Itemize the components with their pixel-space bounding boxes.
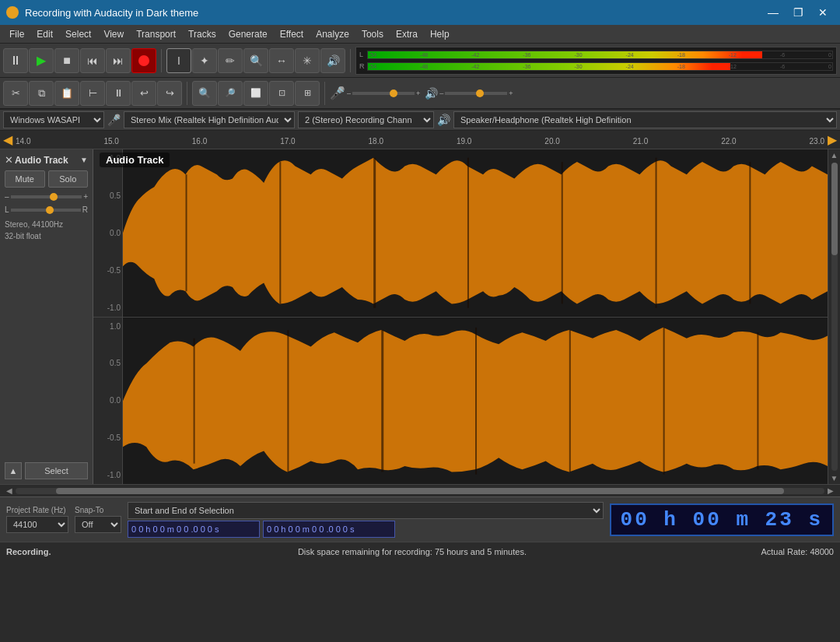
volume-control: 🎤 – + 🔊 – + bbox=[330, 86, 513, 100]
zoom-in-button[interactable]: 🔍 bbox=[192, 81, 217, 106]
gain-slider[interactable] bbox=[11, 195, 82, 198]
stop-button[interactable]: ■ bbox=[54, 48, 79, 73]
selection-tool[interactable]: I bbox=[166, 48, 191, 73]
audio-tool[interactable]: 🔊 bbox=[320, 48, 345, 73]
record-button[interactable] bbox=[131, 48, 156, 73]
tool-controls: I ✦ ✏ 🔍 ↔ ✳ 🔊 bbox=[166, 48, 345, 73]
svg-rect-13 bbox=[381, 330, 383, 472]
track-name: Audio Track bbox=[15, 155, 79, 166]
input-device-dropdown[interactable]: Stereo Mix (Realtek High Definition Audi… bbox=[124, 111, 295, 128]
minimize-button[interactable]: — bbox=[762, 5, 784, 20]
menu-edit[interactable]: Edit bbox=[30, 25, 59, 43]
mute-button[interactable]: Mute bbox=[5, 170, 45, 188]
zoom-tool[interactable]: 🔍 bbox=[243, 48, 268, 73]
menu-help[interactable]: Help bbox=[424, 25, 456, 43]
svg-rect-3 bbox=[279, 162, 281, 303]
scroll-right-button[interactable]: ▶ bbox=[824, 486, 837, 495]
toolbar-sep4 bbox=[324, 82, 325, 105]
menu-extra[interactable]: Extra bbox=[390, 25, 424, 43]
menu-tools[interactable]: Tools bbox=[355, 25, 390, 43]
skip-end-button[interactable]: ⏭ bbox=[106, 48, 131, 73]
zoom-custom-button[interactable]: ⊞ bbox=[295, 81, 320, 106]
vu-r-label: R bbox=[359, 62, 366, 70]
h-scroll-thumb[interactable] bbox=[56, 488, 784, 494]
track-select-button[interactable]: Select bbox=[25, 462, 88, 479]
track-dropdown-icon[interactable]: ▼ bbox=[80, 156, 88, 164]
svg-rect-16 bbox=[663, 327, 665, 474]
svg-rect-12 bbox=[287, 330, 289, 472]
selection-mode-dropdown[interactable]: Start and End of Selection bbox=[128, 502, 604, 519]
playback-gain-slider[interactable] bbox=[445, 92, 507, 95]
track-close-icon[interactable]: ✕ bbox=[5, 154, 13, 166]
mic-gain-slider[interactable] bbox=[352, 92, 415, 95]
svg-rect-15 bbox=[569, 330, 571, 472]
menu-analyze[interactable]: Analyze bbox=[310, 25, 355, 43]
scroll-down-button[interactable]: ▼ bbox=[829, 472, 840, 484]
trim-button[interactable]: ⊢ bbox=[80, 81, 105, 106]
close-button[interactable]: ✕ bbox=[812, 5, 834, 20]
selection-end-field[interactable] bbox=[263, 521, 395, 538]
menu-tracks[interactable]: Tracks bbox=[182, 25, 222, 43]
output-device-dropdown[interactable]: Speaker/Headphone (Realtek High Definiti… bbox=[453, 111, 837, 128]
draw-tool[interactable]: ✏ bbox=[218, 48, 243, 73]
menu-view[interactable]: View bbox=[97, 25, 130, 43]
skip-start-button[interactable]: ⏮ bbox=[80, 48, 105, 73]
host-dropdown[interactable]: Windows WASAPI bbox=[3, 111, 104, 128]
menu-transport[interactable]: Transport bbox=[130, 25, 182, 43]
cut-button[interactable]: ✂ bbox=[3, 81, 28, 106]
waveform-channel-2: 1.0 0.5 0.0 -0.5 -1.0 bbox=[93, 317, 828, 485]
zoom-out-button[interactable]: 🔎 bbox=[218, 81, 243, 106]
timer-display: 00 h 00 m 23 s bbox=[610, 503, 834, 536]
menu-generate[interactable]: Generate bbox=[222, 25, 274, 43]
menu-file[interactable]: File bbox=[3, 25, 30, 43]
snap-to-select[interactable]: Off bbox=[75, 516, 121, 533]
play-button[interactable]: ▶ bbox=[29, 48, 54, 73]
multi-tool[interactable]: ✳ bbox=[295, 48, 320, 73]
scroll-thumb[interactable] bbox=[831, 163, 838, 255]
silence-button[interactable]: ⏸ bbox=[106, 81, 131, 106]
ruler-left-arrow[interactable]: ◀ bbox=[0, 132, 16, 147]
svg-rect-11 bbox=[194, 338, 195, 463]
svg-rect-2 bbox=[186, 174, 187, 291]
speaker-icon: 🔊 bbox=[425, 87, 438, 100]
toolbar-sep1 bbox=[161, 49, 162, 72]
undo-button[interactable]: ↩ bbox=[131, 81, 156, 106]
toolbar-sep2 bbox=[350, 49, 351, 72]
scroll-track[interactable] bbox=[831, 163, 838, 471]
pause-button[interactable]: ⏸ bbox=[3, 48, 28, 73]
copy-button[interactable]: ⧉ bbox=[29, 81, 54, 106]
ruler-right-arrow[interactable]: ▶ bbox=[824, 132, 840, 147]
svg-rect-4 bbox=[373, 158, 376, 308]
zoom-sel-button[interactable]: ⬜ bbox=[243, 81, 268, 106]
pan-slider[interactable] bbox=[11, 209, 81, 212]
mute-solo-row: Mute Solo bbox=[5, 170, 88, 188]
envelope-tool[interactable]: ✦ bbox=[192, 48, 217, 73]
audio-track-label: Audio Track bbox=[100, 153, 170, 167]
track-expand-button[interactable]: ▲ bbox=[5, 462, 22, 479]
scroll-up-button[interactable]: ▲ bbox=[829, 149, 840, 161]
record-dot bbox=[138, 55, 149, 66]
main-area: ✕ Audio Track ▼ Mute Solo – + L R Stereo… bbox=[0, 149, 840, 484]
zoom-fit-button[interactable]: ⊡ bbox=[269, 81, 294, 106]
h-scroll-track[interactable] bbox=[16, 488, 824, 494]
scroll-left-button[interactable]: ◀ bbox=[3, 486, 16, 495]
project-rate-label: Project Rate (Hz) bbox=[6, 506, 68, 514]
maximize-button[interactable]: ❐ bbox=[787, 5, 809, 20]
paste-button[interactable]: 📋 bbox=[54, 81, 79, 106]
track-footer: ▲ Select bbox=[5, 462, 88, 479]
toolbar-edit: ✂ ⧉ 📋 ⊢ ⏸ ↩ ↪ 🔍 🔎 ⬜ ⊡ ⊞ 🎤 – + 🔊 – + bbox=[0, 78, 840, 109]
svg-rect-6 bbox=[562, 162, 563, 303]
menu-bar: File Edit Select View Transport Tracks G… bbox=[0, 25, 840, 44]
track-header: ✕ Audio Track ▼ Mute Solo – + L R Stereo… bbox=[0, 149, 93, 484]
selection-start-field[interactable] bbox=[128, 521, 260, 538]
time-shift-tool[interactable]: ↔ bbox=[269, 48, 294, 73]
menu-effect[interactable]: Effect bbox=[274, 25, 310, 43]
menu-select[interactable]: Select bbox=[59, 25, 97, 43]
redo-button[interactable]: ↪ bbox=[157, 81, 182, 106]
selection-control: Start and End of Selection bbox=[128, 502, 604, 538]
solo-button[interactable]: Solo bbox=[48, 170, 89, 188]
project-rate-select[interactable]: 44100 bbox=[6, 516, 68, 533]
track-header-top: ✕ Audio Track ▼ bbox=[5, 154, 88, 166]
transport-controls: ⏸ ▶ ■ ⏮ ⏭ bbox=[3, 48, 156, 73]
channels-dropdown[interactable]: 2 (Stereo) Recording Chann bbox=[298, 111, 434, 128]
